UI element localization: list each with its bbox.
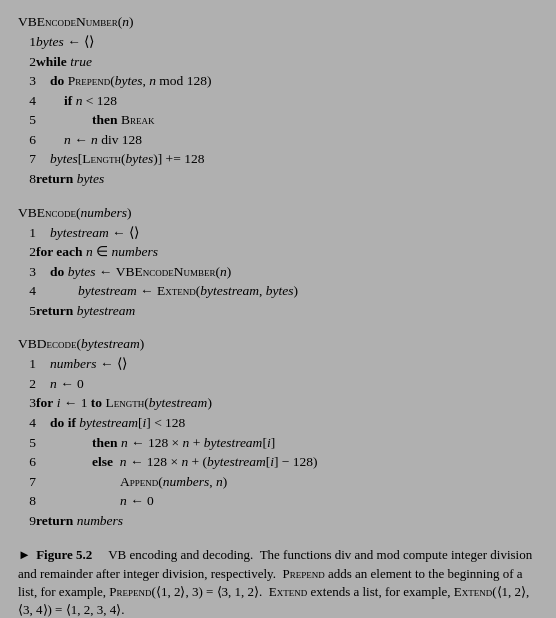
line-num: 6 bbox=[18, 452, 36, 472]
table-row: 9 return numbers bbox=[18, 511, 538, 531]
code-line: do Prepend(bytes, n mod 128) bbox=[36, 71, 538, 91]
table-row: 4 if n < 128 bbox=[18, 91, 538, 111]
table-row: 5 then Break bbox=[18, 110, 538, 130]
line-num: 9 bbox=[18, 511, 36, 531]
table-row: 8 n ← 0 bbox=[18, 491, 538, 511]
code-line: then Break bbox=[36, 110, 538, 130]
algorithm-vbencodenumber: VBEncodeNumber(n) 1 bytes ← ⟨⟩ 2 while t… bbox=[18, 14, 538, 189]
algo-title-vbdecode: VBDecode(bytestream) bbox=[18, 336, 538, 352]
line-num: 4 bbox=[18, 413, 36, 433]
table-row: 6 n ← n div 128 bbox=[18, 130, 538, 150]
line-num: 1 bbox=[18, 223, 36, 243]
line-num: 3 bbox=[18, 393, 36, 413]
code-table-vbencode: 1 bytestream ← ⟨⟩ 2 for each n ∈ numbers… bbox=[18, 223, 538, 321]
code-line: n ← 0 bbox=[36, 491, 538, 511]
code-line: for i ← 1 to Length(bytestream) bbox=[36, 393, 538, 413]
figure-label: Figure 5.2 bbox=[36, 547, 92, 562]
line-num: 5 bbox=[18, 433, 36, 453]
code-table-vbdecode: 1 numbers ← ⟨⟩ 2 n ← 0 3 for i ← 1 to Le… bbox=[18, 354, 538, 530]
code-line: n ← 0 bbox=[36, 374, 538, 394]
triangle-icon: ► bbox=[18, 547, 31, 562]
page: VBEncodeNumber(n) 1 bytes ← ⟨⟩ 2 while t… bbox=[18, 14, 538, 618]
code-line: do bytes ← VBEncodeNumber(n) bbox=[36, 262, 538, 282]
line-num: 5 bbox=[18, 110, 36, 130]
code-line: do if bytestream[i] < 128 bbox=[36, 413, 538, 433]
line-num: 3 bbox=[18, 262, 36, 282]
figure-caption-text: VB encoding and decoding. The functions … bbox=[18, 547, 532, 617]
code-line: while true bbox=[36, 52, 538, 72]
code-line: numbers ← ⟨⟩ bbox=[36, 354, 538, 374]
algorithm-vbdecode: VBDecode(bytestream) 1 numbers ← ⟨⟩ 2 n … bbox=[18, 336, 538, 530]
code-line: Append(numbers, n) bbox=[36, 472, 538, 492]
code-line: bytestream ← Extend(bytestream, bytes) bbox=[36, 281, 538, 301]
line-num: 8 bbox=[18, 491, 36, 511]
code-line: n ← n div 128 bbox=[36, 130, 538, 150]
line-num: 3 bbox=[18, 71, 36, 91]
table-row: 7 Append(numbers, n) bbox=[18, 472, 538, 492]
line-num: 1 bbox=[18, 354, 36, 374]
line-num: 1 bbox=[18, 32, 36, 52]
table-row: 3 for i ← 1 to Length(bytestream) bbox=[18, 393, 538, 413]
code-line: return bytestream bbox=[36, 301, 538, 321]
table-row: 2 while true bbox=[18, 52, 538, 72]
table-row: 5 return bytestream bbox=[18, 301, 538, 321]
table-row: 3 do bytes ← VBEncodeNumber(n) bbox=[18, 262, 538, 282]
table-row: 7 bytes[Length(bytes)] += 128 bbox=[18, 149, 538, 169]
table-row: 2 n ← 0 bbox=[18, 374, 538, 394]
line-num: 6 bbox=[18, 130, 36, 150]
code-line: else n ← 128 × n + (bytestream[i] − 128) bbox=[36, 452, 538, 472]
line-num: 7 bbox=[18, 472, 36, 492]
table-row: 5 then n ← 128 × n + bytestream[i] bbox=[18, 433, 538, 453]
table-row: 4 bytestream ← Extend(bytestream, bytes) bbox=[18, 281, 538, 301]
table-row: 6 else n ← 128 × n + (bytestream[i] − 12… bbox=[18, 452, 538, 472]
table-row: 1 bytes ← ⟨⟩ bbox=[18, 32, 538, 52]
code-line: bytestream ← ⟨⟩ bbox=[36, 223, 538, 243]
code-line: bytes[Length(bytes)] += 128 bbox=[36, 149, 538, 169]
table-row: 1 numbers ← ⟨⟩ bbox=[18, 354, 538, 374]
line-num: 7 bbox=[18, 149, 36, 169]
code-line: then n ← 128 × n + bytestream[i] bbox=[36, 433, 538, 453]
table-row: 1 bytestream ← ⟨⟩ bbox=[18, 223, 538, 243]
code-line: for each n ∈ numbers bbox=[36, 242, 538, 262]
table-row: 3 do Prepend(bytes, n mod 128) bbox=[18, 71, 538, 91]
algo-title-vbencode: VBEncode(numbers) bbox=[18, 205, 538, 221]
line-num: 4 bbox=[18, 281, 36, 301]
table-row: 2 for each n ∈ numbers bbox=[18, 242, 538, 262]
line-num: 2 bbox=[18, 52, 36, 72]
line-num: 5 bbox=[18, 301, 36, 321]
figure-caption: ► Figure 5.2 VB encoding and decoding. T… bbox=[18, 546, 538, 618]
code-table-vbencodenumber: 1 bytes ← ⟨⟩ 2 while true 3 do Prepend(b… bbox=[18, 32, 538, 189]
line-num: 2 bbox=[18, 374, 36, 394]
table-row: 8 return bytes bbox=[18, 169, 538, 189]
code-line: if n < 128 bbox=[36, 91, 538, 111]
algorithm-vbencode: VBEncode(numbers) 1 bytestream ← ⟨⟩ 2 fo… bbox=[18, 205, 538, 321]
algo-title-vbencodenumber: VBEncodeNumber(n) bbox=[18, 14, 538, 30]
code-line: return bytes bbox=[36, 169, 538, 189]
code-line: bytes ← ⟨⟩ bbox=[36, 32, 538, 52]
line-num: 4 bbox=[18, 91, 36, 111]
code-line: return numbers bbox=[36, 511, 538, 531]
line-num: 8 bbox=[18, 169, 36, 189]
table-row: 4 do if bytestream[i] < 128 bbox=[18, 413, 538, 433]
line-num: 2 bbox=[18, 242, 36, 262]
